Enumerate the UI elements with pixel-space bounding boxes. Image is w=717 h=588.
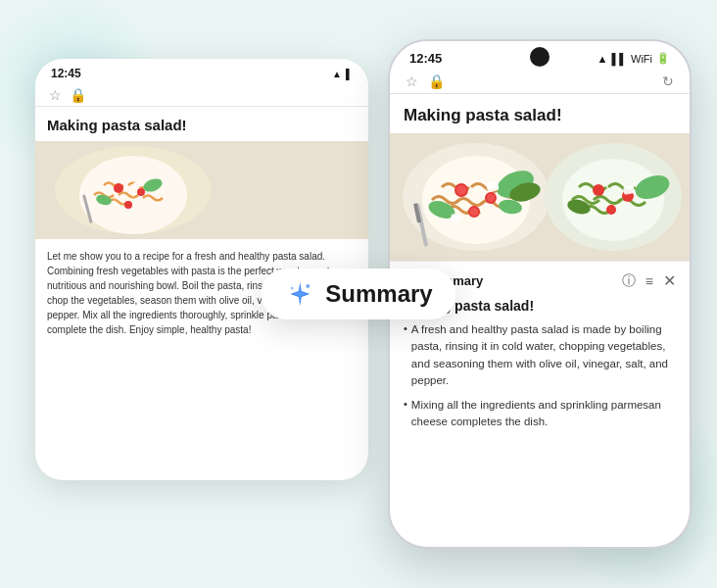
bullet-dot-1: • xyxy=(404,322,407,389)
front-star-icon[interactable]: ☆ xyxy=(406,74,418,89)
bg-toolbar: ☆ 🔒 xyxy=(35,84,368,107)
front-page-content: Making pasta salad! xyxy=(390,94,690,547)
bullet-dot-2: • xyxy=(404,398,407,431)
summary-text-2: Mixing all the ingredients and sprinklin… xyxy=(411,397,676,431)
svg-point-33 xyxy=(606,205,616,215)
summary-badge-text: Summary xyxy=(325,280,432,308)
summary-actions: ⓘ ≡ ✕ xyxy=(622,271,676,290)
summary-badge: Summary xyxy=(261,269,455,319)
bg-signal-icon: ▌ xyxy=(346,69,353,79)
summary-bullet-1: • A fresh and healthy pasta salad is mad… xyxy=(404,321,676,389)
bg-page-title: Making pasta salad! xyxy=(35,107,368,141)
spark-icon-large xyxy=(284,278,315,310)
summary-bullet-2: • Mixing all the ingredients and sprinkl… xyxy=(404,397,676,431)
svg-point-4 xyxy=(137,188,145,196)
front-wifi-icon: ▲ xyxy=(598,53,608,65)
svg-point-18 xyxy=(487,194,495,202)
svg-point-16 xyxy=(456,185,466,195)
front-battery: WiFi xyxy=(631,53,652,65)
scene: 12:45 ▲ ▌ ☆ 🔒 Making pasta salad! xyxy=(25,39,692,549)
bg-status-icons: ▲ ▌ xyxy=(332,69,353,79)
front-time: 12:45 xyxy=(409,51,442,66)
bg-star-icon[interactable]: ☆ xyxy=(49,87,62,103)
svg-point-11 xyxy=(291,287,294,290)
info-icon[interactable]: ⓘ xyxy=(622,272,636,290)
front-food-image xyxy=(390,133,690,261)
front-page-title: Making pasta salad! xyxy=(390,94,690,133)
summary-text-1: A fresh and healthy pasta salad is made … xyxy=(411,321,676,389)
close-button[interactable]: ✕ xyxy=(663,271,676,290)
bg-food-image xyxy=(35,141,368,239)
list-icon[interactable]: ≡ xyxy=(645,273,653,289)
bg-wifi-icon: ▲ xyxy=(332,69,342,79)
front-signal-icon: ▌▌ xyxy=(611,53,627,65)
svg-point-20 xyxy=(470,208,478,216)
bg-lock-icon: 🔒 xyxy=(70,87,86,103)
svg-point-5 xyxy=(124,201,132,209)
svg-point-3 xyxy=(114,183,123,193)
bg-time: 12:45 xyxy=(51,67,81,80)
front-browser-toolbar: ☆ 🔒 ↻ xyxy=(390,70,690,94)
front-lock-icon: 🔒 xyxy=(428,74,445,89)
front-status-icons: ▲ ▌▌ WiFi 🔋 xyxy=(598,52,670,65)
front-reload-icon[interactable]: ↻ xyxy=(662,74,674,89)
bg-status-bar: 12:45 ▲ ▌ xyxy=(35,59,368,84)
svg-point-31 xyxy=(593,184,604,196)
svg-point-10 xyxy=(306,284,310,288)
toolbar-icons-left: ☆ 🔒 xyxy=(406,74,445,89)
front-battery-icon: 🔋 xyxy=(656,52,670,65)
notch xyxy=(530,47,550,67)
